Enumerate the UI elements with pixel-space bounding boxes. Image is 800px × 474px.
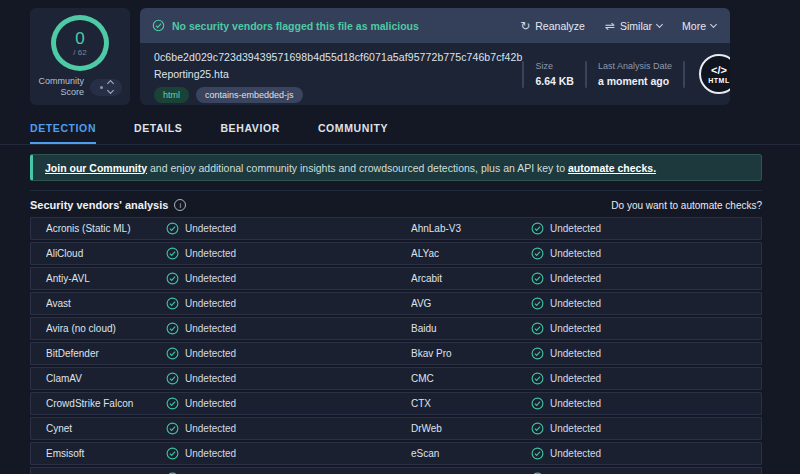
vendor-cell: DrWebUndetected [396, 422, 761, 435]
vendor-status-label: Undetected [185, 348, 236, 359]
table-row: Avira (no cloud)UndetectedBaiduUndetecte… [30, 317, 762, 340]
last-analysis-date-label: Last Analysis Date [598, 61, 672, 71]
reanalyze-icon: ↻ [520, 19, 530, 33]
table-row: ClamAVUndetectedCMCUndetected [30, 367, 762, 390]
vendor-status-label: Undetected [550, 248, 601, 259]
vendor-status-label: Undetected [550, 273, 601, 284]
chevron-down-icon [106, 87, 113, 94]
vendor-name: AliCloud [46, 248, 166, 259]
vendor-name: DrWeb [411, 423, 531, 434]
tag-html[interactable]: html [154, 87, 189, 103]
vendor-status: Undetected [531, 247, 601, 260]
vendor-status: Undetected [531, 297, 601, 310]
vendor-status-label: Undetected [550, 298, 601, 309]
vendor-name: BitDefender [46, 348, 166, 359]
vendor-cell: ArcabitUndetected [396, 272, 761, 285]
join-community-link[interactable]: Join our Community [45, 162, 147, 174]
tab-detection[interactable]: DETECTION [30, 114, 96, 144]
vendor-name: CMC [411, 373, 531, 384]
size-value: 6.64 KB [535, 75, 574, 87]
vendor-status-label: Undetected [550, 373, 601, 384]
tab-community[interactable]: COMMUNITY [318, 114, 388, 144]
vendor-cell: CMCUndetected [396, 372, 761, 385]
tab-bar: DETECTION DETAILS BEHAVIOR COMMUNITY [0, 114, 800, 145]
vendor-cell: Bkav ProUndetected [396, 347, 761, 360]
check-circle-icon [531, 347, 544, 360]
vendor-status: Undetected [531, 422, 601, 435]
table-row: Antiy-AVLUndetectedArcabitUndetected [30, 267, 762, 290]
similar-button[interactable]: ⇌ Similar [605, 19, 662, 33]
vendor-name: Antiy-AVL [46, 273, 166, 284]
vendor-status-label: Undetected [550, 223, 601, 234]
vendor-status: Undetected [531, 222, 601, 235]
check-circle-icon [531, 297, 544, 310]
check-circle-icon [166, 247, 179, 260]
chevron-down-icon [710, 20, 717, 27]
check-circle-icon [531, 422, 544, 435]
check-circle-icon [531, 322, 544, 335]
info-icon[interactable]: i [174, 199, 186, 211]
table-row: AvastUndetectedAVGUndetected [30, 292, 762, 315]
vendor-status-label: Undetected [550, 423, 601, 434]
file-summary-card: No security vendors flagged this file as… [140, 8, 730, 105]
vendor-cell: Avira (no cloud)Undetected [31, 322, 396, 335]
vendor-status-label: Undetected [550, 323, 601, 334]
vendor-status-label: Undetected [185, 223, 236, 234]
vendor-cell: CTXUndetected [396, 397, 761, 410]
vendor-status: Undetected [166, 222, 236, 235]
tag-contains-embedded-js[interactable]: contains-embedded-js [196, 87, 303, 103]
table-row: CynetUndetectedDrWebUndetected [30, 417, 762, 440]
vendor-name: AVG [411, 298, 531, 309]
check-circle-icon [531, 272, 544, 285]
size-label: Size [535, 61, 574, 71]
vendor-status-label: Undetected [185, 448, 236, 459]
vendor-name: Emsisoft [46, 448, 166, 459]
vote-widget[interactable] [90, 79, 122, 96]
vendor-status: Undetected [166, 372, 236, 385]
reanalyze-button[interactable]: ↻ Reanalyze [520, 19, 585, 33]
automate-checks-link[interactable]: automate checks. [568, 162, 656, 174]
check-circle-icon [531, 397, 544, 410]
community-promo-banner: Join our Community and enjoy additional … [30, 154, 762, 181]
vendor-name: Acronis (Static ML) [46, 223, 166, 234]
vendor-cell: ALYacUndetected [396, 247, 761, 260]
vendor-cell: eScanUndetected [396, 447, 761, 460]
vendor-name: ALYac [411, 248, 531, 259]
vendor-cell: Acronis (Static ML)Undetected [31, 222, 396, 235]
score-ring: 0 / 62 [51, 15, 109, 71]
vendor-status: Undetected [531, 397, 601, 410]
vendor-status: Undetected [166, 447, 236, 460]
detection-score: 0 [75, 30, 84, 47]
verdict-banner: No security vendors flagged this file as… [140, 8, 730, 43]
similar-icon: ⇌ [605, 19, 615, 33]
vendor-name: Bkav Pro [411, 348, 531, 359]
vendor-name: Arcabit [411, 273, 531, 284]
more-button[interactable]: More [682, 20, 716, 32]
table-row: CrowdStrike FalconUndetectedCTXUndetecte… [30, 392, 762, 415]
vendor-status-label: Undetected [550, 348, 601, 359]
vote-arrows [108, 79, 113, 95]
verdict-message: No security vendors flagged this file as… [172, 20, 419, 32]
vendor-name: CTX [411, 398, 531, 409]
vendor-cell: ClamAVUndetected [31, 372, 396, 385]
table-row: Acronis (Static ML)UndetectedAhnLab-V3Un… [30, 217, 762, 240]
check-circle-icon [531, 222, 544, 235]
check-circle-icon [166, 272, 179, 285]
vendor-status-label: Undetected [185, 248, 236, 259]
vendor-name: Baidu [411, 323, 531, 334]
check-circle-icon [152, 19, 165, 32]
vendor-name: AhnLab-V3 [411, 223, 531, 234]
vendor-status: Undetected [531, 322, 601, 335]
vendor-cell: BitDefenderUndetected [31, 347, 396, 360]
tab-behavior[interactable]: BEHAVIOR [220, 114, 279, 144]
vendor-status-label: Undetected [185, 323, 236, 334]
vendor-status-label: Undetected [185, 298, 236, 309]
check-circle-icon [531, 447, 544, 460]
automate-checks-question-link[interactable]: Do you want to automate checks? [611, 200, 762, 211]
vendor-status-label: Undetected [550, 448, 601, 459]
vendor-status-label: Undetected [185, 398, 236, 409]
check-circle-icon [166, 372, 179, 385]
vendor-name: eScan [411, 448, 531, 459]
file-name: Reporting25.hta [154, 68, 522, 80]
tab-details[interactable]: DETAILS [134, 114, 182, 144]
